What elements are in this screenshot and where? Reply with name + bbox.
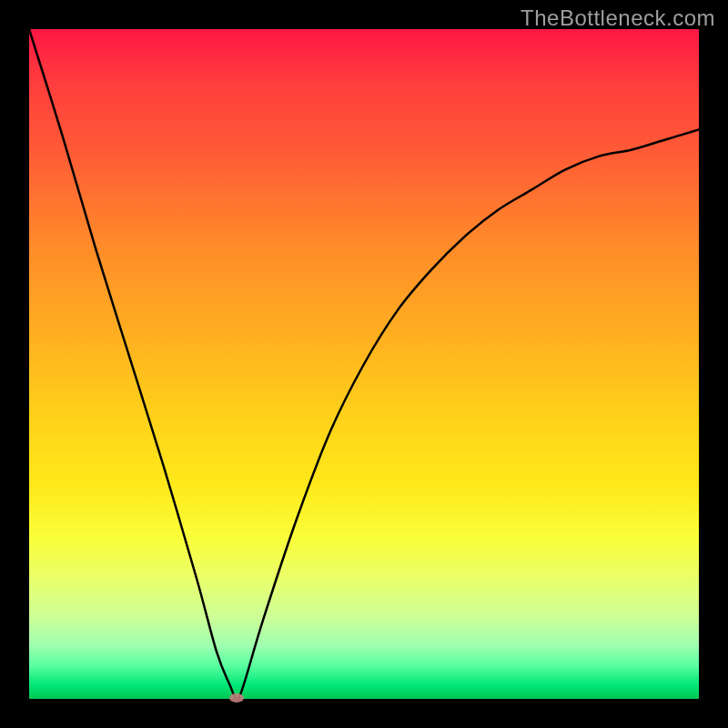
minimum-point-marker bbox=[229, 693, 244, 703]
plot-area bbox=[29, 29, 699, 699]
chart-frame: TheBottleneck.com bbox=[0, 0, 728, 728]
bottleneck-curve-svg bbox=[29, 29, 699, 699]
bottleneck-curve-path bbox=[29, 29, 699, 699]
watermark-text: TheBottleneck.com bbox=[521, 5, 715, 31]
